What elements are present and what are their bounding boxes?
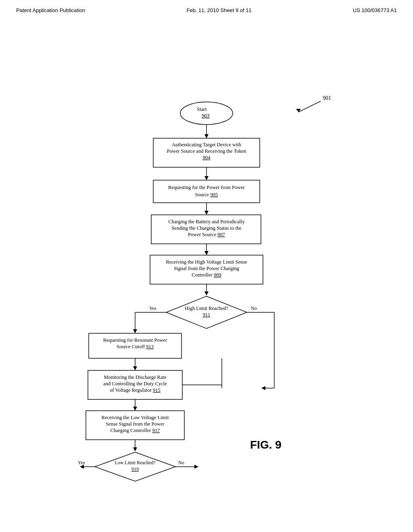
svg-marker-47 <box>133 366 137 370</box>
svg-text:Power Source and Receiving the: Power Source and Receiving the Token <box>167 148 246 154</box>
svg-text:Sense Signal from the Power: Sense Signal from the Power <box>106 421 165 427</box>
diagram-area: 901 Start 903 Authenticating Target Devi… <box>0 17 413 532</box>
svg-marker-53 <box>133 407 137 411</box>
svg-text:Low Limit Reached?: Low Limit Reached? <box>115 460 155 466</box>
svg-text:Monitoring the Discharge Rate: Monitoring the Discharge Rate <box>104 374 167 380</box>
svg-text:and Controlling the Duty Cycle: and Controlling the Duty Cycle <box>103 381 167 387</box>
svg-marker-7 <box>204 134 209 138</box>
svg-text:No: No <box>178 460 184 466</box>
svg-marker-30 <box>204 291 209 295</box>
svg-text:919: 919 <box>131 466 139 472</box>
svg-text:Signal from the Power Charging: Signal from the Power Charging <box>174 266 240 271</box>
svg-line-1 <box>298 101 321 112</box>
svg-marker-42 <box>261 386 265 390</box>
svg-text:Requesting  for the Power from: Requesting for the Power from Power <box>168 185 245 190</box>
flowchart-svg: 901 Start 903 Authenticating Target Devi… <box>0 25 413 517</box>
svg-text:Receiving the High Voltage Lim: Receiving the High Voltage Limit Sense <box>166 259 247 265</box>
svg-text:FIG. 9: FIG. 9 <box>250 438 282 451</box>
svg-text:Yes: Yes <box>78 460 85 466</box>
svg-text:Start: Start <box>197 106 207 112</box>
svg-text:of Voltage Regulator 915: of Voltage Regulator 915 <box>110 387 161 393</box>
svg-text:Charging the Battery and Perio: Charging the Battery and Periodically <box>168 219 245 224</box>
svg-marker-13 <box>204 176 209 180</box>
svg-text:Source Cutoff 913: Source Cutoff 913 <box>117 344 154 349</box>
svg-marker-62 <box>133 447 137 451</box>
svg-rect-14 <box>153 180 260 203</box>
svg-text:Receiving the Low Voltage Limi: Receiving the Low Voltage Limit <box>102 415 169 420</box>
svg-marker-38 <box>133 329 137 333</box>
svg-text:Requesting for Resonant Power: Requesting for Resonant Power <box>103 337 167 343</box>
svg-marker-24 <box>204 251 209 255</box>
svg-text:High Limit Reached?: High Limit Reached? <box>185 305 228 311</box>
header: Patent Application Publication Feb. 11, … <box>0 0 413 17</box>
svg-marker-71 <box>194 465 198 469</box>
svg-text:No: No <box>251 305 257 311</box>
svg-text:Controller 909: Controller 909 <box>192 272 221 278</box>
svg-marker-2 <box>296 109 301 112</box>
svg-text:Source 905: Source 905 <box>195 192 218 197</box>
svg-text:904: 904 <box>203 155 211 160</box>
svg-text:Charging Controller 917: Charging Controller 917 <box>111 428 160 433</box>
svg-text:Power Source 907: Power Source 907 <box>188 232 225 237</box>
svg-text:911: 911 <box>203 312 210 318</box>
header-left: Patent Application Publication <box>16 7 85 13</box>
header-middle: Feb. 11, 2010 Sheet 9 of 11 <box>186 7 251 13</box>
header-right: US 100/036773 A1 <box>353 7 397 13</box>
svg-text:Authenticating Target Device w: Authenticating Target Device with <box>172 142 242 148</box>
svg-marker-18 <box>204 211 209 215</box>
svg-text:Sending the Charging Status to: Sending the Charging Status to the <box>171 225 242 231</box>
svg-text:903: 903 <box>202 112 210 118</box>
svg-text:Yes: Yes <box>149 305 156 311</box>
svg-text:901: 901 <box>323 95 331 101</box>
